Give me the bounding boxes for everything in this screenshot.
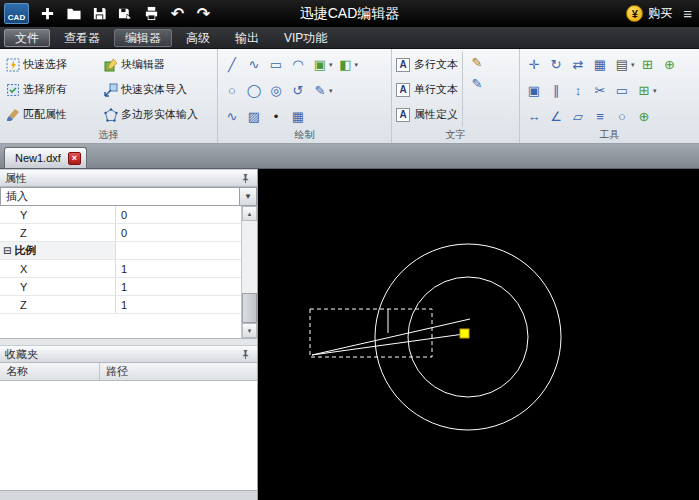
favorites-column-name[interactable]: 名称 (0, 363, 100, 380)
scroll-up-icon[interactable]: ▲ (242, 206, 257, 221)
singleline-text-button[interactable]: A 单行文本 (396, 77, 458, 102)
save-icon[interactable] (87, 3, 112, 25)
properties-scrollbar[interactable]: ▲ ▼ (241, 206, 257, 338)
block-editor-button[interactable]: 块编辑器 (102, 56, 213, 73)
multiline-text-button[interactable]: A 多行文本 (396, 52, 458, 77)
rotate-icon[interactable]: ↻ (546, 55, 566, 75)
polyline-icon[interactable]: ∿ (244, 55, 264, 75)
rectangle-icon[interactable]: ▭ (266, 55, 286, 75)
menu-file[interactable]: 文件 (4, 29, 50, 47)
erase-icon[interactable]: ▭ (612, 81, 632, 101)
revision-cloud-icon[interactable]: ↺ (288, 81, 308, 101)
measure-angle-icon[interactable]: ∠ (546, 107, 566, 127)
attribute-define-button[interactable]: A 属性定义 (396, 102, 458, 127)
property-key: X (0, 260, 116, 277)
chevron-down-icon[interactable]: ▼ (239, 188, 256, 205)
wedge-line-lower[interactable] (312, 334, 464, 355)
close-icon[interactable]: × (68, 152, 81, 165)
object-type-select[interactable]: 插入 ▼ (0, 187, 257, 206)
save-as-icon[interactable] (113, 3, 138, 25)
quick-entity-import-button[interactable]: 快速实体导入 (102, 81, 213, 98)
print-icon[interactable] (139, 3, 164, 25)
collapse-icon[interactable]: ⊟ (3, 245, 11, 256)
property-value[interactable]: 1 (116, 260, 241, 277)
favorites-column-path[interactable]: 路径 (100, 363, 128, 380)
array-icon[interactable]: ▦ (590, 55, 610, 75)
attach-dropdown-icon[interactable]: ▾ (653, 87, 657, 95)
scroll-down-icon[interactable]: ▼ (242, 323, 257, 338)
document-tab[interactable]: New1.dxf × (4, 147, 87, 168)
quick-entity-import-label: 快速实体导入 (121, 82, 187, 97)
drawing-canvas[interactable] (258, 169, 699, 500)
hatch-icon[interactable]: ▨ (244, 107, 264, 127)
pin-icon[interactable] (238, 347, 252, 361)
quick-select-button[interactable]: 快速选择 (4, 56, 100, 73)
list-icon[interactable]: ≡ (590, 107, 610, 127)
scale-icon[interactable]: ↕ (568, 81, 588, 101)
polygon-entity-input-button[interactable]: 多边形实体输入 (102, 106, 213, 123)
menu-editor[interactable]: 编辑器 (114, 29, 172, 47)
property-value[interactable]: 0 (116, 206, 241, 223)
new-file-icon[interactable] (35, 3, 60, 25)
favorites-column-headers: 名称 路径 (0, 363, 257, 381)
text-style-icon[interactable]: ✎ (467, 73, 487, 93)
pen-dropdown-icon[interactable]: ▾ (329, 87, 333, 95)
menu-icon[interactable]: ≡ (683, 5, 692, 22)
offset-icon[interactable]: ∥ (546, 81, 566, 101)
trim-icon[interactable]: ✂ (590, 81, 610, 101)
menu-advanced[interactable]: 高级 (175, 29, 221, 47)
grip-point[interactable] (460, 329, 469, 338)
block-tool-dropdown-icon[interactable]: ▾ (355, 61, 359, 69)
table-icon[interactable]: ▦ (288, 107, 308, 127)
measure-area-icon[interactable]: ▱ (568, 107, 588, 127)
property-row: Y 1 (0, 278, 241, 296)
layers-dropdown-icon[interactable]: ▾ (631, 61, 635, 69)
property-group-key[interactable]: ⊟ 比例 (0, 242, 116, 259)
menu-output[interactable]: 输出 (224, 29, 270, 47)
pin-icon[interactable] (238, 171, 252, 185)
open-file-icon[interactable] (61, 3, 86, 25)
circle-icon[interactable]: ○ (222, 81, 242, 101)
arc-icon[interactable]: ◠ (288, 55, 308, 75)
panel-bottom-strip (0, 490, 257, 500)
move-icon[interactable]: ✛ (524, 55, 544, 75)
scrollbar-thumb[interactable] (242, 293, 257, 323)
text-side-icons: ✎✎ (462, 52, 487, 127)
property-value[interactable]: 1 (116, 278, 241, 295)
match-properties-button[interactable]: 匹配属性 (4, 106, 100, 123)
redo-icon[interactable]: ↷ (191, 3, 216, 25)
layers-icon[interactable]: ▤ (612, 55, 632, 75)
ellipse-icon[interactable]: ◯ (244, 81, 264, 101)
mirror-icon[interactable]: ⇄ (568, 55, 588, 75)
insert-block-icon[interactable]: ▣ (310, 55, 330, 75)
spline-icon[interactable]: ∿ (222, 107, 242, 127)
undo-icon[interactable]: ↶ (165, 3, 190, 25)
new-item-icon[interactable]: ⊕ (634, 107, 654, 127)
menu-vip[interactable]: VIP功能 (273, 29, 338, 47)
property-value[interactable]: 1 (116, 296, 241, 313)
block-tool-icon[interactable]: ◧ (336, 55, 356, 75)
wedge-line-upper[interactable] (312, 319, 470, 355)
point-icon[interactable]: • (266, 107, 286, 127)
insert-block-dropdown-icon[interactable]: ▾ (329, 61, 333, 69)
buy-button[interactable]: 购买 (648, 5, 672, 22)
copy-icon[interactable]: ▣ (524, 81, 544, 101)
dashed-selection-rect[interactable] (310, 309, 432, 357)
multiline-text-icon: A (396, 58, 410, 72)
menu-viewer[interactable]: 查看器 (53, 29, 111, 47)
line-icon[interactable]: ╱ (222, 55, 242, 75)
scrollbar-track[interactable] (242, 221, 257, 323)
property-value[interactable]: 0 (116, 224, 241, 241)
attach-icon[interactable]: ⊞ (634, 81, 654, 101)
select-all-button[interactable]: 选择所有 (4, 81, 100, 98)
favorites-list[interactable] (0, 381, 257, 490)
add-layer-icon[interactable]: ⊕ (660, 55, 680, 75)
pen-icon[interactable]: ✎ (310, 81, 330, 101)
group-icon[interactable]: ⊞ (638, 55, 658, 75)
favorites-panel-header: 收藏夹 (0, 345, 257, 363)
edit-text-icon[interactable]: ✎ (467, 52, 487, 72)
purge-icon[interactable]: ○ (612, 107, 632, 127)
multiline-text-label: 多行文本 (414, 57, 458, 72)
donut-icon[interactable]: ◎ (266, 81, 286, 101)
measure-distance-icon[interactable]: ↔ (524, 107, 544, 127)
